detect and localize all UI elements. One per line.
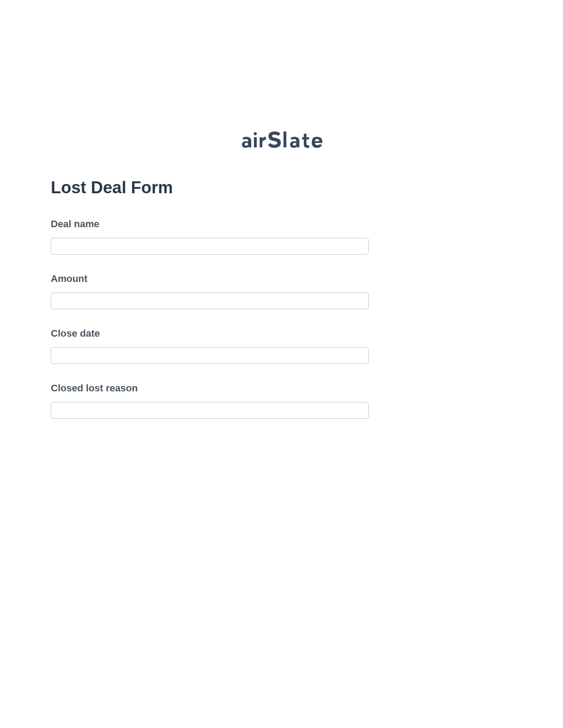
- label-closed-lost-reason: Closed lost reason: [51, 383, 512, 394]
- deal-name-input[interactable]: [51, 238, 369, 255]
- closed-lost-reason-input[interactable]: [51, 402, 369, 419]
- amount-input[interactable]: [51, 293, 369, 309]
- field-group-amount: Amount: [51, 273, 512, 309]
- svg-rect-1: [254, 137, 257, 147]
- logo-container: [51, 130, 512, 152]
- airslate-logo-icon: [238, 130, 325, 152]
- label-amount: Amount: [51, 273, 512, 285]
- label-close-date: Close date: [51, 328, 512, 339]
- close-date-input[interactable]: [51, 347, 369, 364]
- form-page: Lost Deal Form Deal name Amount Close da…: [0, 0, 563, 419]
- field-group-closed-lost-reason: Closed lost reason: [51, 383, 512, 419]
- field-group-deal-name: Deal name: [51, 218, 512, 255]
- svg-point-0: [254, 132, 257, 135]
- field-group-close-date: Close date: [51, 328, 512, 364]
- label-deal-name: Deal name: [51, 218, 512, 230]
- form-title: Lost Deal Form: [51, 178, 512, 197]
- svg-rect-2: [283, 131, 287, 147]
